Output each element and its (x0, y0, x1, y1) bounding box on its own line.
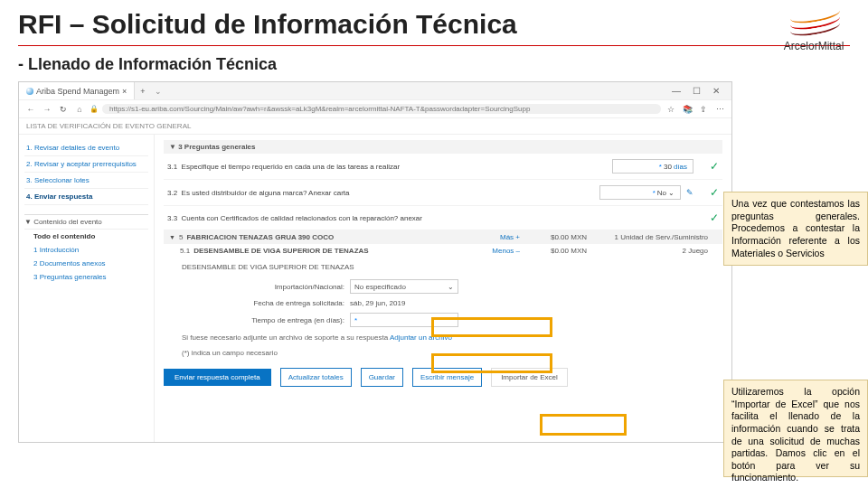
escribir-mensaje-button[interactable]: Escribir mensaje (412, 368, 482, 387)
action-button-bar: Enviar respuesta completa Actualizar tot… (164, 368, 722, 387)
item-5-row[interactable]: ▼ 5 FABRICACION TENAZAS GRUA 390 COCO Má… (164, 230, 722, 244)
fecha-value: sáb, 29 jun, 2019 (350, 299, 405, 307)
required-star-icon: * (659, 163, 662, 171)
window-maximize-button[interactable]: ☐ (688, 86, 704, 96)
guardar-button[interactable]: Guardar (361, 368, 403, 387)
question-3-1: 3.1 Especifique el tiempo requerido en c… (164, 154, 722, 180)
window-close-button[interactable]: ✕ (708, 86, 724, 96)
sidebar-content-header[interactable]: ▼ Contenido del evento (24, 214, 148, 230)
tab-label: Ariba Spend Managem (36, 87, 119, 96)
item-subname: DESENSAMBLE DE VIGA SUPERIOR DE TENAZAS (182, 261, 719, 277)
item-5-1-row[interactable]: 5.1 DESENSAMBLE DE VIGA SUPERIOR DE TENA… (164, 244, 722, 258)
sidebar-step-2[interactable]: 2. Revisar y aceptar prerrequisitos (24, 156, 148, 173)
importar-excel-button[interactable]: Importar de Excel (491, 368, 568, 387)
lock-icon: 🔒 (90, 105, 99, 113)
impnac-select[interactable]: No especificado⌄ (350, 279, 458, 294)
submit-button[interactable]: Enviar respuesta completa (164, 369, 271, 386)
detail-tiempo-entrega: Tiempo de entrega (en días): * (182, 310, 719, 330)
highlight-import-excel (540, 414, 627, 436)
page-header-strip: LISTA DE VERIFICACIÓN DE EVENTO GENERAL (19, 118, 731, 135)
attach-note: Si fuese necesario adjunte un archivo de… (182, 330, 719, 345)
slide-title: RFI – Solicitud de Información Técnica (18, 9, 850, 40)
callout-preguntas: Una vez que contestamos las preguntas ge… (723, 192, 868, 266)
sidebar-step-3[interactable]: 3. Seleccionar lotes (24, 173, 148, 189)
close-tab-icon[interactable]: × (122, 87, 127, 96)
arcelormittal-logo: ArcelorMittal (783, 13, 844, 52)
caret-down-icon: ▼ (169, 234, 175, 240)
check-icon: ✓ (710, 211, 719, 224)
attach-icon[interactable]: ✎ (686, 188, 693, 197)
ariba-favicon-icon (26, 88, 33, 95)
callout-importar-excel: Utilizaremos la opción “Importar de Exce… (723, 380, 868, 477)
browser-tab[interactable]: Ariba Spend Managem × (19, 82, 135, 99)
home-button[interactable]: ⌂ (73, 105, 86, 114)
chevron-down-icon: ⌄ (448, 283, 454, 291)
check-icon: ✓ (710, 160, 719, 173)
new-tab-icon[interactable]: + (135, 87, 150, 96)
sidebar-sub-3[interactable]: 3 Preguntas generales (24, 270, 148, 284)
sidebar-step-4[interactable]: 4. Enviar respuesta (24, 189, 148, 205)
url-field[interactable]: https://s1-eu.ariba.com/Sourcing/Main/aw… (102, 104, 661, 114)
tab-overflow-icon[interactable]: ⌄ (151, 87, 165, 96)
attach-file-link[interactable]: Adjuntar un archivo (390, 333, 452, 342)
mas-link[interactable]: Más + (500, 233, 520, 241)
title-rule (18, 45, 850, 46)
sidebar-sub-2[interactable]: 2 Documentos anexos (24, 257, 148, 270)
reading-list-icon[interactable]: 📚 (681, 105, 693, 114)
item-detail: DESENSAMBLE DE VIGA SUPERIOR DE TENAZAS … (164, 258, 722, 361)
logo-swoosh-icon (790, 13, 844, 38)
q31-input[interactable]: * 30 días (612, 159, 693, 174)
forward-button[interactable]: → (41, 105, 53, 114)
main-panel: ▼ 3 Preguntas generales 3.1 Especifique … (155, 135, 731, 442)
share-icon[interactable]: ⇪ (697, 105, 710, 114)
settings-more-icon[interactable]: ⋯ (713, 105, 726, 114)
sidebar-sub-1[interactable]: 1 Introducción (24, 243, 148, 257)
titlebar: Ariba Spend Managem × + ⌄ — ☐ ✕ (19, 82, 731, 100)
check-icon: ✓ (710, 186, 719, 199)
q32-select[interactable]: *No⌄ (599, 185, 681, 200)
slide-subtitle: - Llenado de Información Técnica (18, 55, 850, 74)
favorite-icon[interactable]: ☆ (665, 105, 677, 114)
event-checklist-sidebar: 1. Revisar detalles de evento 2. Revisar… (19, 135, 155, 442)
question-3-2: 3.2 Es usted distribuidor de alguna marc… (164, 180, 722, 206)
detail-import-nacional: Importación/Nacional: No especificado⌄ (182, 277, 719, 296)
window-minimize-button[interactable]: — (668, 86, 684, 96)
required-note: (*) indica un campo necesario (182, 345, 719, 361)
browser-window: Ariba Spend Managem × + ⌄ — ☐ ✕ ← → ↻ ⌂ … (18, 81, 732, 443)
sidebar-step-1[interactable]: 1. Revisar detalles de evento (24, 140, 148, 156)
detail-fecha-entrega: Fecha de entrega solicitada: sáb, 29 jun… (182, 296, 719, 310)
tiempo-input[interactable]: * (350, 313, 458, 327)
reload-button[interactable]: ↻ (57, 105, 70, 114)
logo-text: ArcelorMittal (783, 40, 844, 52)
question-3-3: 3.3 Cuenta con Certificados de calidad r… (164, 206, 722, 230)
actualizar-button[interactable]: Actualizar totales (280, 368, 352, 387)
back-button[interactable]: ← (24, 105, 37, 114)
menos-link[interactable]: Menos – (492, 247, 520, 255)
address-bar: ← → ↻ ⌂ 🔒 https://s1-eu.ariba.com/Sourci… (19, 100, 731, 118)
chevron-down-icon: ⌄ (668, 189, 675, 197)
sidebar-sub-all[interactable]: Todo el contenido (24, 230, 148, 243)
group-preguntas-generales[interactable]: ▼ 3 Preguntas generales (164, 140, 722, 154)
